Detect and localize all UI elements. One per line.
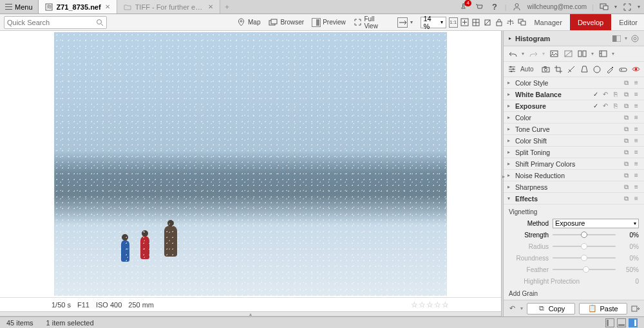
apply-all-icon[interactable] (631, 304, 640, 313)
redo-icon[interactable] (528, 49, 538, 59)
viewer-footer: 1/50 s F11 ISO 400 250 mm ☆☆☆☆☆ (0, 297, 501, 311)
crop-icon[interactable] (554, 64, 563, 75)
panel-layout-left-icon[interactable] (605, 318, 614, 327)
expand-icon[interactable] (622, 2, 632, 12)
close-icon[interactable]: ✕ (208, 3, 213, 10)
search-box[interactable] (4, 16, 107, 29)
roundness-row: Roundness 0% (509, 253, 639, 263)
gradient-icon[interactable] (592, 64, 601, 75)
grid-icon[interactable] (472, 17, 481, 28)
notifications-icon[interactable]: 4 (459, 2, 469, 12)
browser-button[interactable]: Browser (265, 16, 307, 29)
vignetting-method-select[interactable]: Exposure▾ (553, 219, 639, 228)
section-color[interactable]: ▸Color⧉≡ (504, 112, 644, 123)
perspective-icon[interactable] (580, 64, 589, 75)
fit-mode-icon[interactable] (397, 17, 408, 28)
section-color-style[interactable]: ▸Color Style⧉≡ (504, 77, 644, 89)
lock-icon[interactable] (495, 17, 504, 28)
exif-iso: ISO 400 (96, 301, 122, 309)
develop-tab[interactable]: Develop (570, 14, 611, 30)
search-icon[interactable] (96, 19, 104, 26)
editor-tab[interactable]: Editor (611, 14, 644, 30)
retouch-icon[interactable] (618, 64, 627, 75)
section-split-toning[interactable]: ▸Split Toning⧉≡ (504, 147, 644, 158)
section-white-balance[interactable]: ▸White Balance✓↶⎘⧉≡ (504, 89, 644, 100)
tab-raw-file[interactable]: ≋ Z71_8735.nef ✕ (39, 0, 117, 14)
add-tab-button[interactable]: ＋ (220, 0, 234, 14)
target-icon[interactable] (631, 35, 639, 42)
image-icon[interactable] (549, 49, 559, 59)
menu-icon[interactable]: ≡ (632, 79, 640, 87)
copy-settings-button[interactable]: ⧉Copy (527, 303, 575, 314)
sliders-icon[interactable] (507, 64, 516, 75)
auto-button[interactable]: Auto (520, 64, 534, 75)
filmstrip-toggle[interactable]: ▴ (0, 311, 501, 316)
menu-icon[interactable]: ≡ (632, 91, 640, 98)
strength-slider[interactable] (553, 234, 616, 235)
compare-icon[interactable] (577, 49, 587, 59)
camera-icon[interactable] (542, 64, 551, 75)
section-exposure[interactable]: ▸Exposure✓↶⎘⧉≡ (504, 100, 644, 112)
before-after-icon[interactable] (612, 35, 621, 42)
strength-row: Strength 0% (509, 230, 639, 240)
copy-section-icon[interactable]: ⎘ (612, 91, 620, 98)
search-input[interactable] (7, 19, 96, 26)
copy-paste-bar: ↶ ▾ ⧉Copy 📋Paste (504, 300, 644, 316)
map-button[interactable]: Map (233, 16, 263, 29)
menu-label: Menu (15, 3, 33, 11)
fullview-button[interactable]: Full View (351, 16, 389, 29)
rating-stars[interactable]: ☆☆☆☆☆ (411, 300, 450, 309)
main-menu-button[interactable]: Menu (0, 0, 39, 14)
user-icon[interactable] (512, 2, 522, 12)
reset-image-icon[interactable] (563, 49, 573, 59)
add-grain-subtitle: Add Grain (509, 290, 639, 297)
section-color-shift[interactable]: ▸Color Shift⧉≡ (504, 135, 644, 147)
panel-layout-right-icon[interactable] (629, 318, 638, 327)
histogram-header[interactable]: ▸ Histogram ▾ (504, 31, 644, 46)
balance-icon[interactable] (506, 17, 515, 28)
undo-icon[interactable]: ↶ (507, 304, 516, 313)
panel-splitter[interactable] (501, 31, 504, 316)
presets-icon[interactable] (598, 49, 608, 59)
copy-icon[interactable]: ⧉ (622, 102, 630, 110)
image-viewer[interactable] (0, 31, 501, 297)
pin-icon (236, 17, 246, 28)
paste-settings-button[interactable]: 📋Paste (579, 303, 627, 314)
close-icon[interactable]: ✕ (105, 3, 110, 10)
main-area: 1/50 s F11 ISO 400 250 mm ☆☆☆☆☆ ▴ ▸ Hist… (0, 31, 644, 316)
stack-icon[interactable] (518, 17, 527, 28)
svg-point-22 (634, 37, 636, 40)
section-noise-reduction[interactable]: ▸Noise Reduction⧉≡ (504, 170, 644, 181)
panel-layout-bottom-icon[interactable] (617, 318, 626, 327)
overexposure-icon[interactable] (483, 17, 492, 28)
straighten-icon[interactable] (567, 64, 576, 75)
help-icon[interactable]: ? (489, 2, 500, 12)
manager-tab[interactable]: Manager (526, 14, 569, 30)
undo-icon[interactable] (507, 49, 518, 59)
section-effects[interactable]: ▾Effects⧉≡ (504, 193, 644, 205)
reset-icon[interactable]: ↶ (601, 102, 609, 110)
copy-section-icon[interactable]: ⎘ (612, 102, 620, 110)
tools-row: Auto (504, 62, 644, 77)
copy-section-icon[interactable]: ⧉ (622, 79, 630, 87)
cart-icon[interactable] (474, 2, 484, 12)
one-to-one-icon[interactable]: 1:1 (449, 17, 458, 28)
svg-point-30 (513, 68, 515, 70)
redeye-icon[interactable] (631, 64, 640, 75)
copy-icon[interactable]: ⧉ (622, 91, 630, 98)
svg-point-2 (515, 4, 518, 7)
section-sharpness[interactable]: ▸Sharpness⧉≡ (504, 181, 644, 193)
feather-row: Feather 50% (509, 264, 639, 275)
section-shift-primary[interactable]: ▸Shift Primary Colors⧉≡ (504, 158, 644, 170)
menu-icon[interactable]: ≡ (632, 102, 640, 110)
tab-tiff-folder[interactable]: TIFF - For further editing in the ... ✕ (117, 0, 220, 14)
brush-icon[interactable] (605, 64, 614, 75)
preview-icon (312, 18, 321, 27)
preview-button[interactable]: Preview (309, 16, 348, 29)
reset-icon[interactable]: ↶ (601, 91, 609, 98)
monitors-icon[interactable] (599, 2, 609, 12)
zoom-level[interactable]: 14 %▾ (421, 17, 446, 28)
expand-icon (354, 17, 363, 28)
section-tone-curve[interactable]: ▸Tone Curve⧉≡ (504, 123, 644, 135)
fit-screen-icon[interactable] (460, 17, 469, 28)
